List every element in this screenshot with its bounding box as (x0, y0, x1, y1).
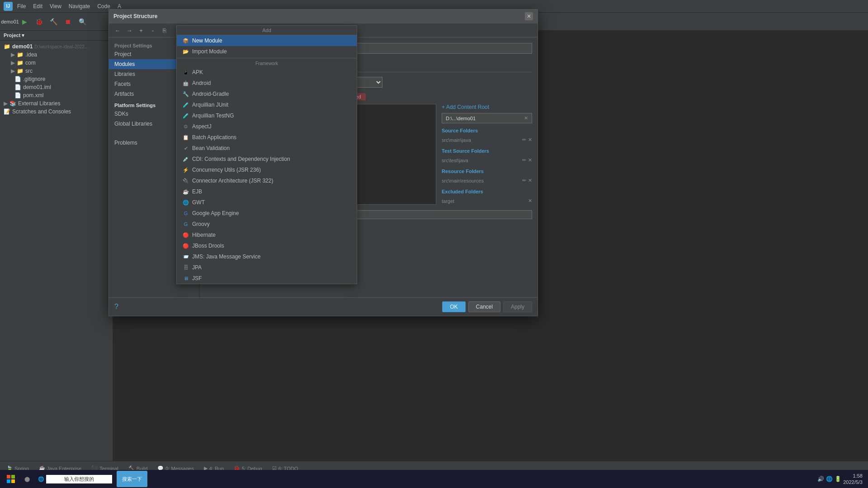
add-content-root-button[interactable]: + Add Content Root (442, 104, 532, 110)
menu-groovy[interactable]: G Groovy (177, 219, 357, 230)
menu-android-gradle[interactable]: 🔧 Android-Gradle (177, 89, 357, 99)
sound-icon[interactable]: 🔊 (817, 476, 824, 482)
gwt-label: GWT (192, 199, 205, 206)
project-label: Project ▾ (4, 33, 24, 38)
run-button[interactable]: ▶ (18, 15, 31, 28)
gwt-icon: 🌐 (182, 199, 189, 206)
menu-new-module[interactable]: 📦 New Module (177, 35, 357, 46)
tray-clock[interactable]: 1:58 2022/5/3 (843, 473, 863, 486)
remove-excluded-icon[interactable]: ✕ (528, 198, 532, 204)
project-selector[interactable]: demo01 (4, 15, 16, 28)
tree-item-external-libs[interactable]: ▶ 📚 External Libraries (0, 99, 113, 108)
toolbar-add-button[interactable]: + (136, 25, 146, 35)
menu-cdi[interactable]: 💉 CDI: Contexts and Dependency Injection (177, 154, 357, 164)
menu-bean-validation[interactable]: ✔ Bean Validation (177, 143, 357, 154)
svg-rect-1 (11, 475, 15, 479)
menu-batch[interactable]: 📋 Batch Applications (177, 132, 357, 143)
bean-validation-label: Bean Validation (192, 145, 230, 151)
tree-item-demo01[interactable]: 📁 demo01 D:\workspace-ideal-2022... (0, 42, 113, 51)
jsf-icon: 🖥 (182, 275, 189, 282)
folder-icon: 📁 (17, 52, 24, 58)
menu-arquillian-testng[interactable]: 🧪 Arquillian TestNG (177, 110, 357, 121)
remove-source-icon[interactable]: ✕ (528, 137, 532, 143)
folder-icon: 📁 (17, 60, 24, 66)
app-icon: IJ (4, 2, 13, 11)
stop-button[interactable]: ⏹ (61, 15, 74, 28)
menu-apk[interactable]: 📱 APK (177, 67, 357, 78)
menu-aspectj[interactable]: ⚙ AspectJ (177, 121, 357, 132)
apply-button[interactable]: Apply (503, 301, 532, 312)
menu-view[interactable]: View (47, 2, 64, 10)
remove-resource-icon[interactable]: ✕ (528, 178, 532, 183)
excluded-folder-path: target ✕ (442, 197, 532, 205)
new-module-icon: 📦 (182, 37, 189, 44)
content-root-path: D:\...\demo01 ✕ (442, 113, 532, 123)
edit-resource-icon[interactable]: ✏ (522, 178, 526, 183)
apk-label: APK (192, 69, 203, 75)
import-module-icon: 📂 (182, 48, 189, 55)
battery-icon[interactable]: 🔋 (835, 476, 841, 482)
tree-item-com[interactable]: ▶ 📁 com (0, 59, 113, 67)
debug-button[interactable]: 🐞 (33, 15, 45, 28)
taskbar-search-btn[interactable]: 搜索一下 (117, 471, 147, 487)
ok-button[interactable]: OK (442, 301, 465, 312)
menu-ejb[interactable]: ☕ EJB (177, 186, 357, 197)
source-path-text: src\main\java (442, 137, 471, 143)
tree-item-scratches[interactable]: 📝 Scratches and Consoles (0, 108, 113, 116)
search-button[interactable]: 🔍 (76, 15, 89, 28)
connector-icon: 🔌 (182, 177, 189, 184)
edit-source-icon[interactable]: ✏ (522, 137, 526, 143)
tree-item-idea[interactable]: ▶ 📁 .idea (0, 51, 113, 59)
taskbar-search-text[interactable]: 输入你想搜的 (46, 475, 112, 483)
tree-item-gitignore[interactable]: 📄 .gitignore (0, 75, 113, 83)
start-button[interactable] (2, 471, 20, 487)
dialog-close-button[interactable]: ✕ (525, 12, 533, 20)
menu-android[interactable]: 🤖 Android (177, 78, 357, 89)
tree-label: demo01.iml (23, 84, 51, 90)
taskbar-search[interactable]: ⬤ (21, 471, 33, 487)
menu-jms[interactable]: 📨 JMS: Java Message Service (177, 251, 357, 262)
menu-file[interactable]: File (14, 2, 28, 10)
taskbar-ie[interactable]: 🌐 输入你想搜的 (34, 471, 116, 487)
toolbar-copy-button[interactable]: ⎘ (160, 25, 170, 35)
build-button[interactable]: 🔨 (47, 15, 60, 28)
add-icon: + (139, 27, 143, 34)
jboss-label: JBoss Drools (192, 243, 224, 249)
toolbar-forward-button[interactable]: → (124, 25, 134, 35)
network-icon[interactable]: 🌐 (826, 476, 833, 482)
menu-edit[interactable]: Edit (30, 2, 45, 10)
dropdown-header: Add (177, 26, 357, 35)
menu-google-app-engine[interactable]: G Google App Engine (177, 208, 357, 219)
menu-arquillian-junit[interactable]: 🧪 Arquillian JUnit (177, 99, 357, 110)
menu-gwt[interactable]: 🌐 GWT (177, 197, 357, 208)
menu-jboss-drools[interactable]: 🔴 JBoss Drools (177, 240, 357, 251)
menu-jsf[interactable]: 🖥 JSF (177, 273, 357, 284)
clock-time: 1:58 (843, 473, 863, 479)
jms-icon: 📨 (182, 253, 189, 260)
test-source-title: Test Source Folders (442, 148, 532, 154)
menu-connector[interactable]: 🔌 Connector Architecture (JSR 322) (177, 175, 357, 186)
help-icon[interactable]: ? (114, 303, 118, 311)
arquillian-testng-icon: 🧪 (182, 112, 189, 119)
tree-item-src[interactable]: ▶ 📁 src (0, 67, 113, 75)
tree-item-iml[interactable]: 📄 demo01.iml (0, 83, 113, 91)
tree-item-pom[interactable]: 📄 pom.xml (0, 91, 113, 99)
aspectj-icon: ⚙ (182, 123, 189, 130)
menu-import-module[interactable]: 📂 Import Module (177, 46, 357, 57)
menu-navigate[interactable]: Navigate (66, 2, 93, 10)
menu-concurrency[interactable]: ⚡ Concurrency Utils (JSR 236) (177, 164, 357, 175)
menu-jpa[interactable]: 🗄 JPA (177, 262, 357, 273)
folder-icon: 📁 (17, 68, 24, 74)
remove-path-icon[interactable]: ✕ (524, 115, 528, 121)
edit-test-icon[interactable]: ✏ (522, 157, 526, 163)
hibernate-label: Hibernate (192, 232, 216, 238)
groovy-icon: G (182, 221, 189, 228)
cancel-button[interactable]: Cancel (468, 301, 500, 312)
menu-hibernate[interactable]: 🔴 Hibernate (177, 230, 357, 240)
toolbar-remove-button[interactable]: - (148, 25, 158, 35)
toolbar-back-button[interactable]: ← (113, 25, 123, 35)
google-icon: G (182, 210, 189, 217)
remove-test-icon[interactable]: ✕ (528, 157, 532, 163)
jboss-icon: 🔴 (182, 242, 189, 249)
file-icon: 📄 (14, 92, 21, 99)
